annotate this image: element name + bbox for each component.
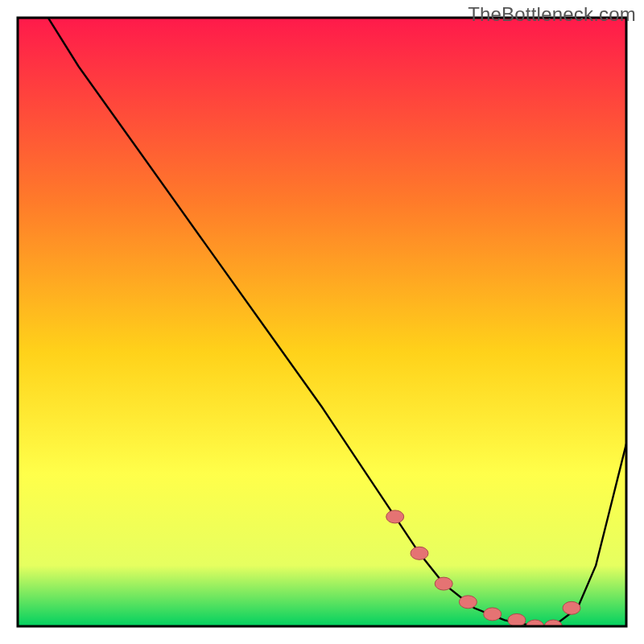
chart-stage: TheBottleneck.com (0, 0, 644, 644)
bottleneck-chart (0, 0, 644, 644)
highlight-dot (411, 547, 428, 559)
highlight-dot (459, 596, 477, 609)
highlight-dot (386, 510, 404, 523)
highlight-dot (508, 613, 526, 626)
watermark-label: TheBottleneck.com (468, 3, 636, 26)
highlight-dot (563, 601, 580, 614)
highlight-dot (484, 608, 502, 621)
highlight-dot (435, 577, 452, 590)
